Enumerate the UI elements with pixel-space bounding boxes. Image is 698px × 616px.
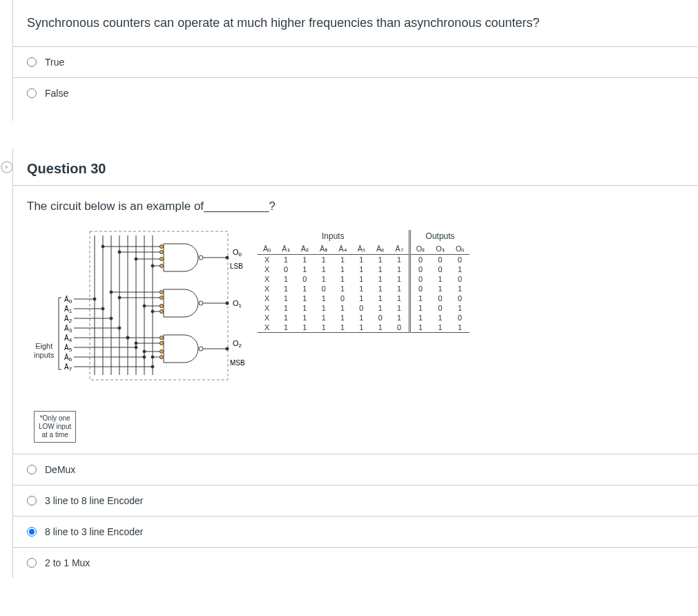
svg-point-77: [93, 298, 96, 300]
q29-option-true[interactable]: True: [13, 47, 698, 77]
svg-point-38: [135, 258, 137, 260]
svg-text:MSB: MSB: [230, 359, 245, 367]
circuit-diagram: Eight inputs *Only one LOW input at a ti…: [38, 230, 245, 423]
svg-point-72: [160, 350, 164, 354]
svg-point-58: [160, 310, 164, 314]
svg-text:Ā2: Ā2: [64, 315, 72, 324]
svg-point-43: [199, 301, 203, 305]
svg-point-85: [126, 336, 129, 339]
svg-point-52: [160, 296, 164, 300]
svg-point-32: [101, 245, 104, 248]
svg-point-57: [151, 310, 154, 313]
q30-radio-0[interactable]: [27, 465, 37, 474]
q29-label-true: True: [45, 57, 64, 68]
q30-label-2: 8 line to 3 line Encoder: [45, 526, 143, 537]
svg-point-28: [226, 256, 229, 260]
svg-point-45: [226, 302, 229, 305]
svg-text:LSB: LSB: [230, 262, 243, 270]
q30-option-0[interactable]: DeMux: [13, 454, 698, 485]
q30-header: Question 30: [27, 161, 106, 177]
svg-point-89: [143, 356, 146, 358]
svg-point-39: [160, 258, 164, 261]
svg-point-79: [101, 307, 104, 310]
question-29-card: Synchronous counters can operate at much…: [12, 0, 698, 121]
svg-point-33: [160, 245, 164, 249]
svg-text:Ā7: Ā7: [64, 363, 72, 372]
q29-radio-false[interactable]: [27, 88, 37, 98]
q30-label-0: DeMux: [45, 464, 75, 475]
svg-point-87: [135, 346, 137, 349]
svg-point-51: [118, 296, 121, 299]
q30-label-1: 3 line to 8 line Encoder: [45, 495, 143, 506]
svg-text:Ā1: Ā1: [64, 305, 72, 314]
truth-table: InputsOutputsĀ₀Ā₁Ā₂Ā₃Ā₄Ā₅Ā₆Ā₇O₂O₁O₀X1111…: [258, 230, 469, 333]
svg-point-35: [118, 251, 121, 253]
svg-point-71: [143, 350, 146, 353]
q29-label-false: False: [45, 88, 68, 99]
svg-point-61: [226, 347, 229, 351]
svg-point-81: [110, 317, 113, 320]
svg-text:Ā5: Ā5: [64, 344, 72, 353]
svg-text:O1: O1: [233, 299, 242, 309]
q30-radio-3[interactable]: [27, 558, 37, 568]
svg-point-55: [160, 305, 164, 308]
svg-text:Ā6: Ā6: [64, 354, 72, 363]
svg-text:O2: O2: [233, 339, 242, 349]
q30-label-3: 2 to 1 Mux: [45, 557, 90, 568]
svg-point-48: [110, 291, 113, 293]
q30-radio-1[interactable]: [27, 496, 37, 506]
svg-marker-0: [6, 164, 9, 169]
q30-option-3[interactable]: 2 to 1 Mux: [13, 548, 698, 578]
svg-point-91: [151, 365, 154, 368]
svg-text:Ā3: Ā3: [64, 325, 72, 334]
svg-point-42: [160, 264, 164, 268]
q30-prompt: The circuit below is an example of______…: [27, 200, 684, 213]
svg-point-68: [135, 342, 137, 345]
svg-text:O0: O0: [233, 248, 242, 258]
svg-point-69: [160, 342, 164, 345]
q29-radio-true[interactable]: [27, 57, 37, 67]
svg-point-75: [160, 356, 164, 359]
svg-point-49: [160, 291, 164, 294]
question-nav-indicator-icon[interactable]: [1, 161, 13, 173]
svg-point-54: [143, 305, 146, 307]
svg-text:Ā0: Ā0: [64, 296, 72, 305]
q29-text: Synchronous counters can operate at much…: [13, 0, 698, 46]
svg-point-36: [160, 251, 164, 254]
q29-option-false[interactable]: False: [13, 78, 698, 108]
svg-point-66: [160, 336, 164, 340]
svg-point-74: [151, 356, 154, 358]
svg-text:Ā4: Ā4: [64, 334, 72, 343]
svg-point-83: [118, 327, 121, 329]
q30-option-2[interactable]: 8 line to 3 line Encoder: [13, 517, 698, 547]
question-30-card: Question 30 The circuit below is an exam…: [12, 148, 698, 578]
svg-point-59: [199, 347, 203, 351]
svg-point-41: [151, 264, 154, 267]
q30-radio-2[interactable]: [27, 527, 37, 537]
diagram-note: *Only one LOW input at a time: [34, 411, 76, 443]
q30-option-1[interactable]: 3 line to 8 line Encoder: [13, 485, 698, 516]
svg-point-26: [199, 256, 203, 260]
